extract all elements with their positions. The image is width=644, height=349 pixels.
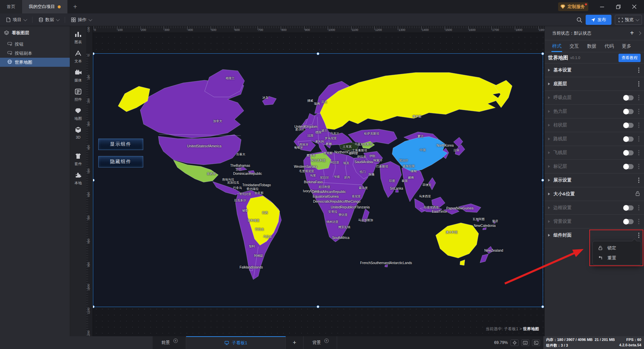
toolbox-item-控件[interactable]: 控件 xyxy=(74,88,82,102)
inspector-section-呼吸点层[interactable]: 呼吸点层 xyxy=(545,91,644,104)
board-tab[interactable]: 子看板1 xyxy=(186,336,286,349)
inspector-tab-交互[interactable]: 交互 xyxy=(570,40,579,52)
country-shape[interactable] xyxy=(455,145,465,155)
kebab-menu-icon[interactable] xyxy=(638,163,640,170)
country-shape[interactable] xyxy=(395,189,398,192)
country-shape[interactable] xyxy=(248,170,255,174)
search-icon[interactable] xyxy=(577,17,582,23)
layer-item-按钮副本[interactable]: 按钮副本 xyxy=(0,49,70,58)
country-shape[interactable] xyxy=(213,182,240,195)
kebab-menu-icon[interactable] xyxy=(638,177,640,184)
menu-data[interactable]: 数据 xyxy=(33,13,65,26)
kebab-menu-icon[interactable] xyxy=(638,232,640,239)
inspector-section-热力层[interactable]: 热力层 xyxy=(545,104,644,118)
country-shape[interactable] xyxy=(432,197,445,208)
tutorial-button[interactable]: 查看教程 xyxy=(619,54,641,62)
world-map[interactable] xyxy=(93,54,543,307)
artboard[interactable]: 格陵兰冰岛加拿大UnitedStatesofAmerica墨西哥百慕大TheBa… xyxy=(93,54,543,307)
inspector-section-飞线层[interactable]: 飞线层 xyxy=(545,146,644,159)
inspector-section-柱状层[interactable]: 柱状层 xyxy=(545,118,644,132)
country-shape[interactable] xyxy=(494,80,512,108)
country-shape[interactable] xyxy=(486,246,493,254)
country-shape[interactable] xyxy=(480,254,488,263)
layer-item-世界地图[interactable]: 世界地图 xyxy=(0,58,70,67)
custom-service-badge[interactable]: 定制服务 xyxy=(558,2,588,11)
inspector-tab-数据[interactable]: 数据 xyxy=(587,40,596,52)
inspector-tab-样式[interactable]: 样式 xyxy=(552,40,561,52)
inspector-section-底图层[interactable]: 底图层 xyxy=(545,77,644,91)
toolbox-item-本地[interactable]: 本地 xyxy=(74,172,82,186)
close-button[interactable] xyxy=(627,0,641,13)
canvas[interactable]: 格陵兰冰岛加拿大UnitedStatesofAmerica墨西哥百慕大TheBa… xyxy=(86,26,544,336)
zoom-level[interactable]: 69.79% xyxy=(494,340,508,345)
fit-screen-button[interactable] xyxy=(511,340,519,346)
inspector-section-背景设置[interactable]: 背景设置 xyxy=(545,214,644,228)
inspector-section-组件封面[interactable]: 组件封面 xyxy=(545,228,644,242)
inspector-section-边框设置[interactable]: 边框设置 xyxy=(545,201,644,214)
hide-component-button[interactable]: 隐藏组件 xyxy=(98,156,143,167)
context-menu-item-lock[interactable]: 锁定 xyxy=(593,243,641,253)
new-tab-button[interactable]: + xyxy=(67,0,83,13)
toolbox-item-图表[interactable]: 图表 xyxy=(74,31,82,45)
inspector-tab-更多[interactable]: 更多 xyxy=(622,40,631,52)
tab-project[interactable]: 我的空白项目 xyxy=(22,0,67,13)
country-shape[interactable] xyxy=(348,129,397,144)
kebab-menu-icon[interactable] xyxy=(638,67,640,73)
add-board-button[interactable]: + xyxy=(286,336,304,349)
kebab-menu-icon[interactable] xyxy=(638,149,640,156)
lock-icon[interactable] xyxy=(635,191,640,197)
inspector-tab-代码[interactable]: 代码 xyxy=(604,40,614,52)
kebab-menu-icon[interactable] xyxy=(638,122,640,129)
foreground-tab[interactable]: 前景 + xyxy=(153,336,186,349)
inspector-section-路线层[interactable]: 路线层 xyxy=(545,132,644,146)
toggle-off-switch[interactable] xyxy=(624,164,634,169)
inspector-section-大小&位置[interactable]: 大小&位置 xyxy=(545,187,644,201)
country-shape[interactable] xyxy=(436,223,479,258)
toggle-off-switch[interactable] xyxy=(624,123,634,128)
maximize-button[interactable] xyxy=(611,0,625,13)
add-state-button[interactable]: + xyxy=(627,29,637,37)
publish-button[interactable]: 发布 xyxy=(586,15,611,25)
menu-project[interactable]: 项目 xyxy=(0,13,32,26)
country-shape[interactable] xyxy=(477,219,479,221)
toolbox-item-3D[interactable]: 3D xyxy=(74,127,82,139)
toolbox-item-文本[interactable]: 文本 xyxy=(74,50,82,64)
toggle-off-switch[interactable] xyxy=(624,95,634,100)
menu-operate[interactable]: 操作 xyxy=(65,13,97,26)
kebab-menu-icon[interactable] xyxy=(638,136,640,142)
toolbox-item-地图[interactable]: 地图 xyxy=(74,107,82,121)
preview-button[interactable]: 预览 xyxy=(615,15,642,25)
country-shape[interactable] xyxy=(459,204,481,212)
country-shape[interactable] xyxy=(443,208,459,214)
kebab-menu-icon[interactable] xyxy=(638,204,640,211)
toggle-off-switch[interactable] xyxy=(624,150,634,155)
minimize-button[interactable] xyxy=(595,0,609,13)
inspector-section-标记层[interactable]: 标记层 xyxy=(545,159,644,173)
country-shape[interactable] xyxy=(320,72,502,130)
kebab-menu-icon[interactable] xyxy=(638,94,640,101)
toggle-off-switch[interactable] xyxy=(624,205,634,210)
inspector-section-基本设置[interactable]: 基本设置 xyxy=(545,63,644,77)
country-shape[interactable] xyxy=(483,228,486,230)
country-shape[interactable] xyxy=(385,264,388,267)
country-shape[interactable] xyxy=(298,141,316,151)
kebab-menu-icon[interactable] xyxy=(638,108,640,115)
context-menu-item-reset[interactable]: 重置 xyxy=(593,253,641,263)
kebab-menu-icon[interactable] xyxy=(638,218,640,225)
shortcut-keys-button[interactable] xyxy=(521,340,529,346)
country-shape[interactable] xyxy=(428,178,436,190)
toolbox-item-套件[interactable]: 套件 xyxy=(74,153,82,166)
country-shape[interactable] xyxy=(235,167,247,171)
country-shape[interactable] xyxy=(460,260,465,265)
layer-item-按钮[interactable]: 按钮 xyxy=(0,40,70,49)
console-button[interactable] xyxy=(532,340,540,346)
chevron-right-icon[interactable] xyxy=(637,31,641,35)
add-foreground-icon[interactable]: + xyxy=(173,339,178,343)
country-shape[interactable] xyxy=(392,137,447,171)
country-shape[interactable] xyxy=(158,135,241,165)
country-shape[interactable] xyxy=(362,209,369,222)
background-tab[interactable]: 背景 + xyxy=(304,336,337,349)
inspector-section-展示设置[interactable]: 展示设置 xyxy=(545,173,644,187)
toggle-off-switch[interactable] xyxy=(624,219,634,224)
add-background-icon[interactable]: + xyxy=(324,339,329,343)
